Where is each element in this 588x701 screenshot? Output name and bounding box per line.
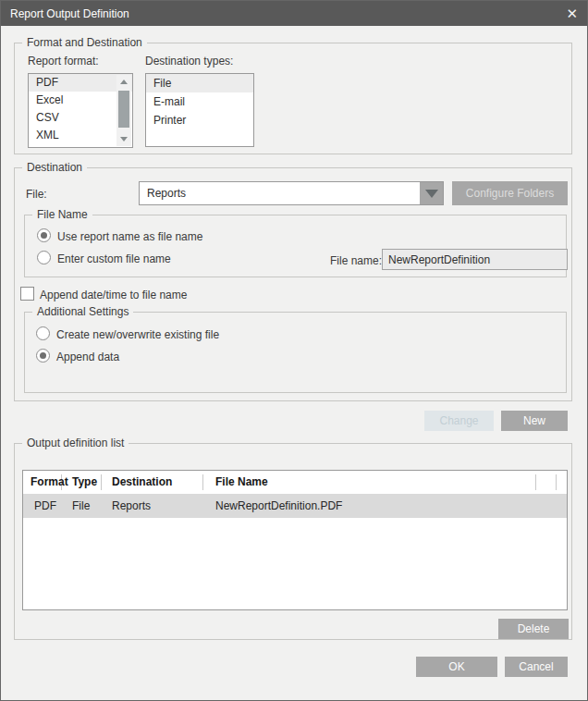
format-and-destination-group-label: Format and Destination (22, 36, 147, 49)
scrollbar-thumb[interactable] (118, 91, 129, 128)
table-header-row: Format Type Destination File Name (23, 471, 567, 494)
report-format-scrollbar[interactable] (116, 75, 131, 146)
column-header-spacer (536, 474, 557, 490)
destination-group: Destination File: Reports Configure Fold… (14, 167, 572, 401)
new-button[interactable]: New (501, 411, 568, 431)
cell-type: File (62, 499, 102, 512)
file-label: File: (26, 188, 47, 201)
destination-group-label: Destination (22, 161, 87, 174)
additional-settings-group-label: Additional Settings (32, 305, 133, 318)
use-report-name-radio[interactable] (37, 228, 51, 242)
append-datetime-checkbox[interactable] (20, 287, 34, 301)
cell-file-name: NewReportDefinition.PDF (203, 499, 536, 512)
close-icon[interactable]: ✕ (566, 6, 578, 20)
column-header-file-name[interactable]: File Name (203, 474, 536, 490)
destination-types-listbox: File E-mail Printer (145, 73, 254, 147)
titlebar: Report Output Definition ✕ (1, 1, 587, 26)
enter-custom-name-radio[interactable] (37, 251, 51, 264)
file-name-group: File Name Use report name as file name E… (24, 215, 567, 277)
create-new-radio[interactable] (36, 326, 50, 340)
file-name-group-label: File Name (32, 208, 92, 221)
output-definition-list-group: Output definition list Format Type Desti… (14, 443, 572, 640)
window-title: Report Output Definition (10, 7, 129, 20)
destination-types-label: Destination types: (145, 55, 233, 68)
scroll-down-icon[interactable] (116, 132, 131, 146)
table-row[interactable]: PDF File Reports NewReportDefinition.PDF (23, 494, 567, 518)
column-header-type[interactable]: Type (62, 474, 102, 490)
combobox-dropdown-button[interactable] (420, 182, 443, 204)
destination-type-option-email[interactable]: E-mail (146, 92, 253, 111)
file-name-input[interactable] (382, 249, 568, 270)
configure-folders-button[interactable]: Configure Folders (452, 181, 568, 205)
additional-settings-group: Additional Settings Create new/overwrite… (24, 312, 567, 393)
output-definition-list-group-label: Output definition list (22, 437, 129, 449)
use-report-name-label[interactable]: Use report name as file name (57, 230, 202, 243)
change-button[interactable]: Change (424, 411, 494, 431)
destination-type-option-file[interactable]: File (146, 74, 253, 92)
enter-custom-name-label[interactable]: Enter custom file name (57, 252, 171, 265)
file-name-field-label: File name: (330, 254, 382, 267)
append-datetime-label[interactable]: Append date/time to file name (40, 289, 187, 301)
file-destination-combobox[interactable]: Reports (139, 181, 444, 205)
cell-format: PDF (23, 499, 62, 512)
report-output-definition-dialog: Report Output Definition ✕ Format and De… (0, 0, 588, 701)
column-header-format[interactable]: Format (23, 474, 62, 490)
ok-button[interactable]: OK (416, 657, 497, 677)
file-destination-value: Reports (140, 187, 420, 200)
create-new-label[interactable]: Create new/overwrite existing file (56, 328, 219, 341)
append-data-radio[interactable] (36, 349, 50, 363)
report-format-label: Report format: (28, 55, 99, 68)
cancel-button[interactable]: Cancel (505, 657, 568, 677)
destination-type-option-printer[interactable]: Printer (146, 111, 253, 129)
output-definition-table: Format Type Destination File Name PDF Fi… (22, 470, 568, 610)
append-data-label[interactable]: Append data (56, 350, 119, 363)
report-format-listbox: PDF Excel CSV XML (28, 73, 133, 148)
column-header-destination[interactable]: Destination (102, 474, 203, 490)
cell-destination: Reports (102, 499, 203, 512)
scroll-up-icon[interactable] (116, 75, 131, 89)
format-and-destination-group: Format and Destination Report format: PD… (14, 43, 572, 154)
chevron-down-icon (425, 190, 438, 198)
delete-button[interactable]: Delete (498, 619, 569, 639)
